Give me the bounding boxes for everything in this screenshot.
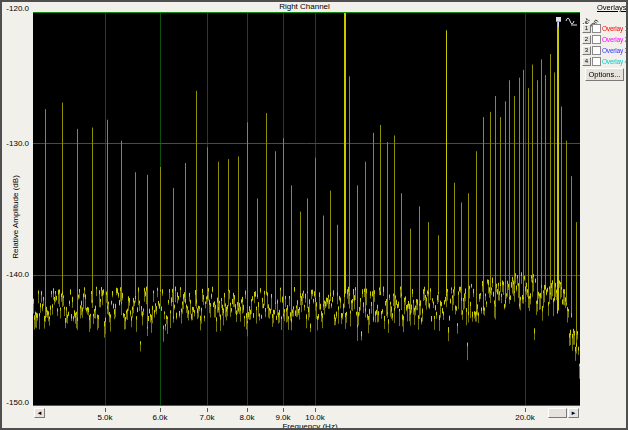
x-tick-label: 9.0k <box>268 413 298 422</box>
y-axis-title: Relative Amplitude (dB) <box>11 175 20 259</box>
waveform-icon[interactable] <box>565 14 578 32</box>
overlay-set-button-4[interactable]: 4 <box>582 57 591 66</box>
x-tick-mark <box>105 408 106 412</box>
left-arrow-icon: ◄ <box>37 410 43 416</box>
x-tick-mark <box>247 408 248 412</box>
y-tick-label: -140.0 <box>2 270 29 279</box>
x-tick-label: 20.0k <box>510 413 540 422</box>
scroll-thumb[interactable] <box>548 408 567 418</box>
options-button[interactable]: Options... <box>585 68 624 81</box>
x-axis-title: Frequency (Hz) <box>240 422 380 430</box>
overlay-label-3: Overlay 3 <box>602 47 628 55</box>
pin-icon[interactable] <box>555 14 563 32</box>
y-tick-label: -120.0 <box>2 4 29 13</box>
overlay-checkbox-3[interactable] <box>592 46 601 55</box>
x-tick-label: 8.0k <box>232 413 262 422</box>
overlay-checkbox-2[interactable] <box>592 35 601 44</box>
x-tick-label: 7.0k <box>192 413 222 422</box>
x-tick-mark <box>207 408 208 412</box>
overlay-set-button-1[interactable]: 1 <box>582 24 591 33</box>
x-tick-label: 5.0k <box>90 413 120 422</box>
x-tick-mark <box>160 408 161 412</box>
overlay-row: 1 Overlay 1 <box>582 24 628 33</box>
overlay-set-button-2[interactable]: 2 <box>582 35 591 44</box>
spectrum-plot[interactable] <box>33 12 580 406</box>
x-tick-mark <box>315 408 316 412</box>
x-tick-label: 10.0k <box>300 413 330 422</box>
overlay-row: 4 Overlay 4 <box>582 57 628 66</box>
overlay-row: 2 Overlay 2 <box>582 35 628 44</box>
scroll-right-button[interactable]: ► <box>568 408 579 418</box>
overlay-label-4: Overlay 4 <box>602 58 628 66</box>
x-tick-label: 6.0k <box>145 413 175 422</box>
y-tick-label: -150.0 <box>2 398 29 407</box>
x-tick-mark <box>525 408 526 412</box>
y-tick-label: -130.0 <box>2 139 29 148</box>
chart-title: Right Channel <box>31 2 578 11</box>
right-arrow-icon: ► <box>571 410 577 416</box>
overlays-title: Overlays <box>597 3 627 12</box>
scroll-left-button[interactable]: ◄ <box>34 408 45 418</box>
overlay-row: 3 Overlay 3 <box>582 46 628 55</box>
analyzer-window: Right Channel -120.0 -130.0 -140.0 -150.… <box>0 0 628 430</box>
overlay-set-button-3[interactable]: 3 <box>582 46 591 55</box>
x-tick-mark <box>283 408 284 412</box>
overlay-label-1: Overlay 1 <box>602 25 628 33</box>
overlay-checkbox-1[interactable] <box>592 24 601 33</box>
overlay-checkbox-4[interactable] <box>592 57 601 66</box>
overlay-label-2: Overlay 2 <box>602 36 628 44</box>
spectrum-canvas[interactable] <box>33 12 580 406</box>
